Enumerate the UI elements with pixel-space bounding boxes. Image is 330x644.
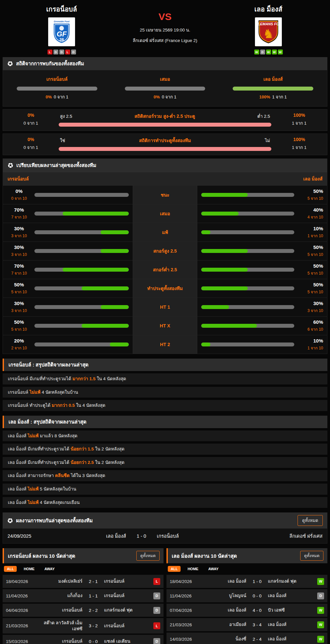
comparison-home-side: 50%5 จาก 10 — [3, 279, 133, 298]
result-badge: D — [153, 638, 160, 644]
match-score: 1 - 1 — [85, 593, 102, 598]
h2h-stat: 0%0 จาก 1 — [125, 93, 205, 100]
match-row[interactable]: 21/03/2026 สต๊าด ลาวัลลัวส์ เอ็ม เอฟซี 3… — [3, 618, 164, 634]
away-team-logo: LEMANS FC ♞ — [255, 17, 282, 46]
match-row[interactable]: 15/03/2026 เกรอน็อบล์ 0 - 0 แชงต์ เอเตีย… — [3, 635, 164, 644]
form-result-badge: D — [260, 50, 265, 54]
match-date: 11/04/2026 — [170, 593, 199, 598]
tab-home[interactable]: HOME — [184, 566, 201, 572]
match-score: 0 - 0 — [85, 639, 102, 644]
tab-all[interactable]: ALL — [4, 566, 17, 572]
result-badge: W — [317, 621, 324, 628]
comparison-row-label: สกอร์สูง 2.5 — [133, 242, 197, 260]
comparison-home-side: 0%0 จาก 10 — [3, 186, 133, 204]
tab-all[interactable]: ALL — [168, 566, 181, 572]
comparison-row: 0%0 จาก 10 ชนะ 50%5 จาก 10 — [3, 185, 327, 204]
home-team-logo: Grenoble Foot GF 38 — [48, 17, 75, 46]
match-row[interactable]: 11/04/2026 แก็งก็อง 1 - 1 เกรอน็อบล์ D — [3, 589, 164, 602]
comparison-away-stat: 10%1 จาก 10 — [298, 338, 323, 351]
h2h-view-all-button[interactable]: ดูทั้งหมด — [298, 515, 323, 526]
comparison-away-bar — [201, 193, 294, 197]
comparison-away-bar — [201, 268, 294, 272]
h2h-results-header: ผลงานการพบกันล่าสุดของทั้งสองทีม ดูทั้งห… — [3, 512, 327, 529]
match-row[interactable]: 21/03/2026 อาเมียงส์ 3 - 4 เลอ ม็องส์ W — [166, 618, 327, 631]
match-date: 18/04/2026 — [6, 579, 35, 584]
match-row[interactable]: 11/04/2026 บูโลญจน์ 0 - 0 เลอ ม็องส์ D — [166, 589, 327, 602]
match-row[interactable]: 18/04/2026 เลอ ม็องส์ 1 - 0 แกลร์กมงต์ ฟ… — [166, 575, 327, 588]
ou-left-stat: 0% 0 จาก 1 — [3, 113, 59, 127]
btts-panel: 0% 0 จาก 1 ใช่ สถิติการทำประตูทั้งสองทีม… — [3, 134, 327, 155]
h2h-col-home: เกรอน็อบล์ 0%0 จาก 1 — [3, 75, 111, 100]
match-row[interactable]: 18/04/2026 มงต์เปลลิเย่ร์ 2 - 1 เกรอน็อบ… — [3, 575, 164, 588]
tab-away[interactable]: AWAY — [41, 566, 57, 572]
form-result-badge: L — [48, 50, 52, 54]
comparison-home-side: 50%5 จาก 10 — [3, 317, 133, 335]
btts-title: สถิติการทำประตูทั้งสองทีม — [139, 137, 191, 144]
btts-no-label: ไม่ — [265, 137, 270, 144]
svg-text:♞: ♞ — [263, 27, 274, 41]
away-summary-section: เลอ ม็องส์ : สรุปสถิติจากผลงานล่าสุด เลอ… — [3, 416, 327, 508]
btts-left-stat: 0% 0 จาก 1 — [3, 137, 59, 151]
comparison-home-stat: 30%3 จาก 10 — [7, 301, 31, 314]
h2h-stats-title: สถิติจากการพบกันของทั้งสองทีม — [16, 60, 84, 68]
match-score: 2 - 4 — [249, 637, 265, 642]
comparison-home-stat: 30%3 จาก 10 — [7, 226, 31, 239]
summary-row: เลอ ม็องส์ ไม่แพ้ 5 นัดหลังสุดในบ้าน — [3, 484, 327, 495]
comparison-away-bar — [201, 230, 294, 234]
h2h-col-label: เกรอน็อบล์ — [17, 75, 97, 83]
ou-right-stat: 100% 1 จาก 1 — [271, 113, 327, 127]
match-result: L — [151, 622, 160, 629]
comparison-header: เปรียบเทียบผลงานล่าสุดของทั้งสองทีม — [3, 159, 327, 172]
match-row[interactable]: 14/03/2026 น็องซี่ 2 - 4 เลอ ม็องส์ W — [166, 633, 327, 644]
match-row[interactable]: 04/04/2026 เกรอน็อบล์ 2 - 2 แกลร์กมงต์ ฟ… — [3, 604, 164, 617]
match-row[interactable]: 07/04/2026 เลอ ม็องส์ 4 - 0 ปัว เอฟซี W — [166, 604, 327, 617]
home-table-title: เกรอน็อบล์ ผลงาน 10 นัดล่าสุด — [8, 552, 75, 560]
h2h-col-draw: เสมอ 0%0 จาก 1 — [111, 75, 219, 100]
match-header: เกรอน็อบล์ Grenoble Foot GF 38 LDDLD VS … — [3, 0, 327, 57]
comparison-away-stat: 60%6 จาก 10 — [298, 319, 323, 332]
home-table-header: เกรอน็อบล์ ผลงาน 10 นัดล่าสุด ดูทั้งหมด — [3, 548, 164, 563]
comparison-away-bar — [201, 343, 294, 346]
match-score: 2 - 2 — [85, 608, 102, 613]
comparison-row: 30%3 จาก 10 สกอร์สูง 2.5 50%5 จาก 10 — [3, 241, 327, 260]
ou-title: สถิติสกอร์รวม สูง-ต่ำ 2.5 ประตู — [134, 113, 195, 120]
comparison-row: 20%2 จาก 10 HT 2 10%1 จาก 10 — [3, 335, 327, 354]
comparison-section: เปรียบเทียบผลงานล่าสุดของทั้งสองทีม เกรอ… — [3, 158, 327, 354]
svg-text:38: 38 — [59, 37, 64, 42]
match-preview-page: เกรอน็อบล์ Grenoble Foot GF 38 LDDLD VS … — [0, 0, 330, 644]
h2h-result-away: เกรอน็อบล์ — [152, 532, 245, 540]
comparison-row-label: สกอร์ต่ำ 2.5 — [133, 260, 197, 279]
h2h-result-row[interactable]: 24/09/2025 เลอ ม็องส์ 1 - 0 เกรอน็อบล์ ล… — [3, 529, 327, 544]
result-badge: W — [317, 636, 324, 643]
h2h-result-home: เลอ ม็องส์ — [57, 532, 131, 540]
comparison-home-bar — [34, 324, 129, 328]
match-date: 11/04/2026 — [6, 593, 35, 598]
form-result-badge: D — [59, 50, 64, 54]
h2h-col-label: เลอ ม็องส์ — [233, 75, 313, 83]
ou-bar — [59, 123, 271, 127]
match-away-team: แกลร์กมงต์ ฟุต — [265, 578, 315, 584]
comparison-away-stat: 10%1 จาก 10 — [298, 226, 323, 239]
away-table-view-all-button[interactable]: ดูทั้งหมด — [300, 551, 323, 561]
match-home-team: เกรอน็อบล์ — [35, 607, 85, 613]
comparison-row-label: HT 2 — [133, 335, 197, 354]
form-result-badge: D — [53, 50, 58, 54]
comparison-row: 30%3 จาก 10 HT 1 30%3 จาก 10 — [3, 298, 327, 316]
away-team-block: เลอ ม็องส์ LEMANS FC ♞ WDWWW — [209, 4, 327, 54]
summary-row: เกรอน็อบล์ มีเกมที่ทำประตูรวมได้ มากกว่า… — [3, 373, 327, 384]
vs-label: VS — [121, 12, 209, 22]
comparison-row-label: แพ้ — [133, 223, 197, 241]
result-badge: L — [153, 578, 160, 585]
btts-middle: ใช่ สถิติการทำประตูทั้งสองทีม ไม่ — [59, 137, 271, 151]
comparison-row-label: ชนะ — [133, 186, 197, 204]
comparison-row: 50%5 จาก 10 HT X 60%6 จาก 10 — [3, 316, 327, 335]
tab-home[interactable]: HOME — [21, 566, 37, 572]
tab-away[interactable]: AWAY — [205, 566, 221, 572]
match-score: 1 - 0 — [249, 579, 265, 584]
result-badge: D — [153, 607, 160, 614]
away-table-title: เลอ ม็องส์ ผลงาน 10 นัดล่าสุด — [172, 552, 237, 560]
summary-row: เลอ ม็องส์ ไม่แพ้ มาแล้ว 8 นัดหลังสุด — [3, 430, 327, 442]
home-table-view-all-button[interactable]: ดูทั้งหมด — [136, 551, 160, 561]
comparison-away-side: 50%5 จาก 10 — [197, 260, 327, 279]
form-result-badge: W — [272, 50, 277, 54]
